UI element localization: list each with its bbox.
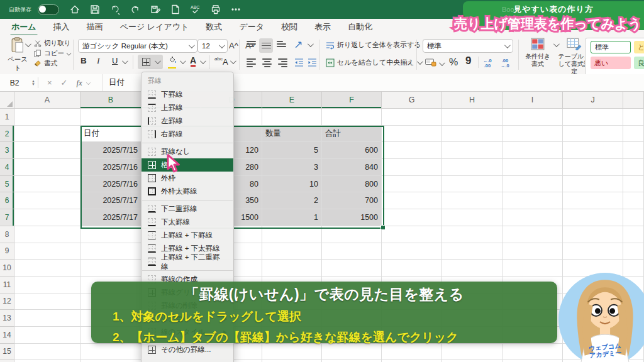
menu-item-下太罫線[interactable]: 下太罫線 (142, 216, 233, 229)
grow-font-button[interactable]: A^ (229, 41, 238, 50)
cell-E6[interactable]: 2 (262, 192, 322, 209)
cell-I1[interactable] (502, 109, 563, 126)
cell-H9[interactable] (442, 243, 502, 260)
align-bottom-button[interactable] (277, 41, 286, 47)
row-header-8[interactable]: 8 (0, 226, 14, 243)
number-format-select[interactable]: 標準 (423, 39, 513, 53)
cell-A7[interactable] (14, 209, 80, 226)
tab-ページ レイアウト[interactable]: ページ レイアウト (120, 21, 189, 33)
menu-item-下二重罫線[interactable]: 下二重罫線 (142, 202, 233, 216)
comma-style-button[interactable]: 9 (465, 55, 471, 67)
row-header-15[interactable]: 15 (0, 344, 14, 361)
currency-format-button[interactable] (425, 58, 436, 69)
cell-A12[interactable] (14, 293, 80, 310)
cell-J5[interactable] (563, 176, 623, 193)
cell-G2[interactable] (382, 126, 442, 143)
row-header-9[interactable]: 9 (0, 243, 14, 260)
borders-button[interactable] (138, 55, 163, 69)
cell-H2[interactable] (442, 126, 502, 143)
row-header-10[interactable]: 10 (0, 260, 14, 277)
font-size-select[interactable]: 12 (197, 39, 228, 53)
tab-ホーム[interactable]: ホーム (11, 21, 36, 33)
cell-F5[interactable]: 800 (322, 176, 382, 193)
cell-B15[interactable] (80, 344, 142, 361)
cell-F7[interactable]: 1500 (322, 209, 382, 226)
decrease-decimal-button[interactable]: .00 →.0 (501, 58, 509, 69)
cell-E3[interactable]: 5 (262, 142, 322, 159)
cell-B2[interactable]: 日付 (80, 126, 142, 143)
cell-F3[interactable]: 600 (322, 142, 382, 159)
column-header-F[interactable]: F (322, 91, 382, 109)
menu-item-格子[interactable]: 格子 (142, 158, 233, 172)
save-edit-icon[interactable] (150, 4, 160, 15)
cell-E7[interactable]: 1 (262, 209, 322, 226)
cell-I7[interactable] (502, 209, 563, 226)
cell-E5[interactable]: 10 (262, 176, 322, 193)
cell-G8[interactable] (382, 226, 442, 243)
new-doc-icon[interactable] (170, 4, 180, 15)
row-header-12[interactable]: 12 (0, 293, 14, 310)
italic-button[interactable]: I (97, 56, 100, 66)
row-header-7[interactable]: 7 (0, 209, 14, 226)
select-all-corner[interactable] (0, 91, 14, 109)
cell-J2[interactable] (563, 126, 623, 143)
underline-chevron-icon[interactable] (122, 58, 128, 64)
cell-F9[interactable] (322, 243, 382, 260)
cell-B1[interactable] (80, 109, 142, 126)
align-top-button[interactable] (247, 41, 256, 47)
cell-I3[interactable] (502, 142, 563, 159)
cell-H1[interactable] (442, 109, 502, 126)
home-icon[interactable] (69, 4, 80, 15)
spellcheck-icon[interactable]: ABC (190, 4, 201, 15)
decrease-indent-button[interactable] (294, 58, 304, 69)
increase-decimal-button[interactable]: ←.0 .00 (483, 58, 492, 69)
cell-I10[interactable] (502, 260, 563, 277)
cell-E2[interactable]: 数量 (262, 126, 322, 143)
cell-H8[interactable] (442, 226, 502, 243)
cell-A3[interactable] (14, 142, 80, 159)
cell-style-good[interactable]: 良 (634, 57, 644, 69)
menu-item-上罫線[interactable]: 上罫線 (142, 101, 233, 114)
column-header-E[interactable]: E (262, 91, 322, 109)
column-header-B[interactable]: B (80, 91, 142, 109)
cell-B4[interactable]: 2025/7/16 (80, 159, 142, 176)
align-right-button[interactable] (278, 58, 287, 67)
cell-I15[interactable] (502, 344, 563, 361)
cell-A6[interactable] (14, 192, 80, 209)
cell-F8[interactable] (322, 226, 382, 243)
column-header-H[interactable]: H (442, 91, 502, 109)
cell-I5[interactable] (502, 176, 563, 193)
cell-H3[interactable] (442, 142, 502, 159)
more-icon[interactable] (230, 4, 241, 15)
cell-B6[interactable]: 2025/7/17 (80, 192, 142, 209)
menu-item-下罫線[interactable]: 下罫線 (142, 88, 233, 101)
align-left-button[interactable] (247, 58, 256, 67)
cell-A1[interactable] (14, 109, 80, 126)
fill-color-chevron-icon[interactable] (180, 58, 186, 64)
cell-J1[interactable] (563, 109, 623, 126)
cell-J8[interactable] (563, 226, 623, 243)
cell-J6[interactable] (563, 192, 623, 209)
cell-G10[interactable] (382, 260, 442, 277)
row-header-2[interactable]: 2 (0, 126, 14, 143)
row-header-3[interactable]: 3 (0, 142, 14, 159)
cell-G4[interactable] (382, 159, 442, 176)
tab-自動化[interactable]: 自動化 (348, 21, 372, 33)
menu-item-右罫線[interactable]: 右罫線 (142, 128, 233, 141)
cell-J3[interactable] (563, 142, 623, 159)
cell-F15[interactable] (322, 344, 382, 361)
cell-J4[interactable] (563, 159, 623, 176)
undo-icon[interactable] (109, 4, 120, 15)
cell-A10[interactable] (14, 260, 80, 277)
cell-B3[interactable]: 2025/7/15 (80, 142, 142, 159)
cell-E4[interactable]: 3 (262, 159, 322, 176)
cell-J9[interactable] (563, 243, 623, 260)
tab-表示[interactable]: 表示 (314, 21, 331, 33)
cell-B8[interactable] (80, 226, 142, 243)
cell-I6[interactable] (502, 192, 563, 209)
font-name-select[interactable]: 游ゴシック Regular (本文) (78, 39, 197, 53)
cell-style-neutral[interactable]: と (634, 41, 644, 53)
row-header-4[interactable]: 4 (0, 159, 14, 176)
cell-I9[interactable] (502, 243, 563, 260)
cancel-button[interactable]: × (47, 78, 52, 87)
